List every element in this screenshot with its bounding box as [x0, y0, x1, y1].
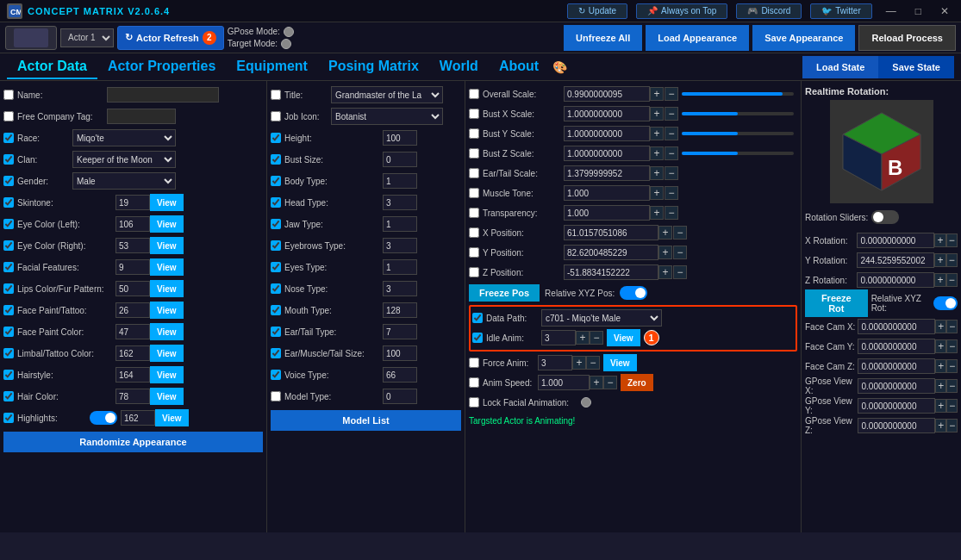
- limbal-tattoo-input[interactable]: [115, 345, 150, 361]
- z-rotation-input[interactable]: [857, 272, 934, 288]
- gpose-view-z-input[interactable]: [858, 418, 935, 433]
- eye-color-left-input[interactable]: [115, 216, 150, 232]
- head-type-checkbox[interactable]: [271, 197, 281, 208]
- eye-color-right-input[interactable]: [115, 238, 150, 253]
- idle-anim-checkbox[interactable]: [472, 333, 483, 343]
- bust-y-checkbox[interactable]: [469, 128, 479, 139]
- mouth-type-input[interactable]: [383, 302, 417, 318]
- bust-size-input[interactable]: [383, 152, 417, 167]
- face-cam-x-minus[interactable]: −: [946, 320, 958, 333]
- face-cam-y-plus[interactable]: +: [935, 339, 946, 353]
- eyebrows-type-input[interactable]: [383, 238, 417, 253]
- model-type-checkbox[interactable]: [271, 391, 281, 401]
- discord-button[interactable]: 🎮 Discord: [736, 3, 802, 19]
- transparency-input[interactable]: [564, 205, 650, 221]
- transparency-plus[interactable]: +: [650, 206, 664, 220]
- limbal-tattoo-checkbox[interactable]: [3, 348, 14, 358]
- face-paint-view-button[interactable]: View: [150, 302, 184, 319]
- rotation-sliders-toggle[interactable]: [871, 210, 899, 224]
- free-company-input[interactable]: [107, 109, 176, 124]
- hairstyle-input[interactable]: [115, 367, 150, 383]
- race-dropdown[interactable]: Miqo'te: [72, 129, 176, 146]
- clan-checkbox[interactable]: [3, 154, 14, 165]
- gpose-view-x-input[interactable]: [858, 378, 935, 394]
- z-rotation-minus[interactable]: −: [946, 273, 958, 287]
- bust-y-input[interactable]: [564, 126, 650, 141]
- gpose-view-x-minus[interactable]: −: [946, 379, 958, 393]
- save-state-button[interactable]: Save State: [878, 56, 954, 78]
- twitter-button[interactable]: 🐦 Twitter: [810, 3, 871, 19]
- facial-features-checkbox[interactable]: [3, 262, 14, 272]
- eyebrows-type-checkbox[interactable]: [271, 240, 281, 251]
- overall-scale-plus[interactable]: +: [650, 87, 664, 101]
- nose-type-input[interactable]: [383, 281, 417, 296]
- skintone-checkbox[interactable]: [3, 197, 14, 208]
- muscle-tone-plus[interactable]: +: [650, 186, 664, 200]
- minimize-button[interactable]: —: [881, 3, 902, 19]
- ear-tail-scale-input[interactable]: [564, 165, 650, 181]
- always-on-top-button[interactable]: 📌 Always on Top: [636, 3, 727, 19]
- hair-color-input[interactable]: [115, 389, 150, 404]
- y-rotation-minus[interactable]: −: [946, 253, 958, 267]
- bust-z-checkbox[interactable]: [469, 148, 479, 159]
- gpose-view-y-plus[interactable]: +: [935, 399, 946, 413]
- name-input[interactable]: [107, 87, 219, 103]
- clan-dropdown[interactable]: Keeper of the Moon: [72, 151, 176, 168]
- race-checkbox[interactable]: [3, 133, 14, 143]
- eye-color-left-view-button[interactable]: View: [150, 215, 184, 233]
- skintone-view-button[interactable]: View: [150, 194, 184, 211]
- facial-features-input[interactable]: [115, 259, 150, 275]
- hair-color-checkbox[interactable]: [3, 391, 14, 401]
- eyes-type-input[interactable]: [383, 259, 417, 275]
- body-type-checkbox[interactable]: [271, 176, 281, 186]
- lips-color-view-button[interactable]: View: [150, 280, 184, 297]
- muscle-tone-input[interactable]: [564, 185, 650, 201]
- highlights-checkbox[interactable]: [3, 413, 14, 423]
- face-cam-y-minus[interactable]: −: [946, 339, 958, 353]
- bust-x-minus[interactable]: −: [665, 107, 678, 121]
- bust-size-checkbox[interactable]: [271, 154, 281, 165]
- eye-color-right-view-button[interactable]: View: [150, 237, 184, 254]
- voice-type-checkbox[interactable]: [271, 370, 281, 380]
- z-position-plus[interactable]: +: [658, 265, 672, 279]
- y-position-minus[interactable]: −: [673, 246, 687, 259]
- gpose-view-z-minus[interactable]: −: [946, 419, 958, 432]
- eye-color-right-checkbox[interactable]: [3, 240, 14, 251]
- save-appearance-button[interactable]: Save Appearance: [752, 25, 855, 51]
- z-rotation-plus[interactable]: +: [934, 273, 945, 287]
- body-type-input[interactable]: [383, 173, 417, 189]
- muscle-tone-checkbox[interactable]: [469, 188, 479, 198]
- hair-color-view-button[interactable]: View: [150, 388, 184, 405]
- data-path-checkbox[interactable]: [472, 313, 483, 323]
- y-position-plus[interactable]: +: [658, 246, 672, 259]
- force-anim-input[interactable]: [538, 355, 572, 370]
- head-type-input[interactable]: [383, 195, 417, 210]
- hairstyle-view-button[interactable]: View: [150, 366, 184, 383]
- gender-dropdown[interactable]: Male: [72, 172, 176, 190]
- eye-color-left-checkbox[interactable]: [3, 219, 14, 229]
- actor-refresh-button[interactable]: ↻ Actor Refresh 2: [117, 26, 224, 50]
- face-paint-input[interactable]: [115, 302, 150, 318]
- relative-xyz-rot-toggle[interactable]: [933, 296, 958, 310]
- face-cam-x-plus[interactable]: +: [935, 320, 946, 333]
- facial-features-view-button[interactable]: View: [150, 258, 184, 276]
- tab-about[interactable]: About: [489, 55, 549, 79]
- bust-x-checkbox[interactable]: [469, 109, 479, 119]
- randomize-button[interactable]: Randomize Appearance: [3, 432, 263, 452]
- overall-scale-minus[interactable]: −: [665, 87, 678, 101]
- eyes-type-checkbox[interactable]: [271, 262, 281, 272]
- anim-speed-checkbox[interactable]: [469, 377, 479, 388]
- highlights-view-button[interactable]: View: [155, 409, 189, 426]
- idle-anim-plus[interactable]: +: [576, 331, 590, 345]
- force-anim-view-button[interactable]: View: [603, 354, 637, 371]
- tab-posing-matrix[interactable]: Posing Matrix: [318, 55, 429, 79]
- transparency-checkbox[interactable]: [469, 208, 479, 218]
- model-list-button[interactable]: Model List: [271, 410, 461, 431]
- force-anim-minus[interactable]: −: [586, 356, 600, 370]
- force-anim-plus[interactable]: +: [572, 356, 586, 370]
- jaw-type-checkbox[interactable]: [271, 219, 281, 229]
- idle-anim-view-button[interactable]: View: [607, 329, 640, 346]
- jaw-type-input[interactable]: [383, 216, 417, 232]
- ear-tail-type-input[interactable]: [383, 324, 417, 339]
- gpose-view-y-input[interactable]: [858, 398, 935, 414]
